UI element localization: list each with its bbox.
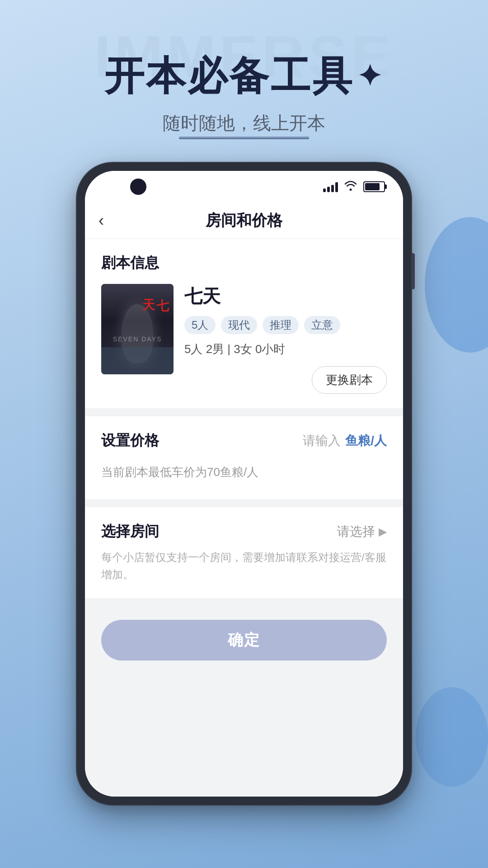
change-script-button[interactable]: 更换剧本	[312, 366, 387, 394]
page-title: 房间和价格	[206, 210, 282, 231]
script-tag: 立意	[304, 316, 340, 334]
signal-icon	[323, 181, 338, 192]
price-placeholder: 请输入	[303, 432, 341, 449]
phone-wrapper: ‹ 房间和价格 剧本信息 七天 SEVEN DAYS	[77, 163, 411, 805]
script-details: 七天 5人现代推理立意 5人 2男 | 3女 0小时 更换剧本	[184, 284, 387, 394]
star-icon: ✦	[357, 60, 384, 92]
cover-inner: 七天 SEVEN DAYS	[101, 284, 174, 374]
price-input-area[interactable]: 请输入 鱼粮/人	[303, 432, 387, 449]
hero-title-text: 开本必备工具	[104, 54, 354, 98]
back-button[interactable]: ‹	[99, 211, 104, 230]
price-section-title: 设置价格	[101, 431, 159, 451]
room-section: 选择房间 请选择 ▶ 每个小店暂仅支持一个房间，需要增加请联系对接运营/客服增加…	[85, 507, 403, 598]
blob-decoration-right	[425, 217, 488, 353]
hero-subtitle: 随时随地，线上开本	[163, 111, 325, 136]
price-header: 设置价格 请输入 鱼粮/人	[101, 431, 387, 451]
script-tags: 5人现代推理立意	[184, 316, 387, 334]
price-section: 设置价格 请输入 鱼粮/人 当前剧本最低车价为70鱼粮/人	[85, 416, 403, 499]
status-bar	[85, 171, 403, 203]
room-header: 选择房间 请选择 ▶	[101, 522, 387, 542]
confirm-section: 确定	[85, 606, 403, 683]
price-hint: 当前剧本最低车价为70鱼粮/人	[101, 460, 387, 485]
room-select-label: 请选择	[337, 523, 375, 540]
phone-frame: ‹ 房间和价格 剧本信息 七天 SEVEN DAYS	[77, 163, 411, 805]
blob-decoration-bottom	[416, 687, 488, 787]
script-info-container: 七天 SEVEN DAYS 七天 5人现代推理立意 5人 2男 | 3女 0小时…	[101, 284, 387, 394]
room-hint: 每个小店暂仅支持一个房间，需要增加请联系对接运营/客服增加。	[101, 549, 387, 584]
battery-icon	[363, 181, 385, 192]
wifi-icon	[344, 180, 357, 194]
room-section-title: 选择房间	[101, 522, 159, 542]
status-icons	[323, 180, 385, 194]
chevron-right-icon: ▶	[379, 525, 387, 538]
nav-bar: ‹ 房间和价格	[85, 203, 403, 239]
cover-water	[101, 347, 174, 374]
room-select[interactable]: 请选择 ▶	[337, 523, 387, 540]
phone-screen: ‹ 房间和价格 剧本信息 七天 SEVEN DAYS	[85, 171, 403, 797]
script-cover: 七天 SEVEN DAYS	[101, 284, 174, 374]
script-info-section: 剧本信息 七天 SEVEN DAYS 七天	[85, 239, 403, 408]
price-unit: 鱼粮/人	[345, 432, 387, 449]
cover-title-english: SEVEN DAYS	[101, 335, 174, 343]
hero-title: 开本必备工具 ✦	[0, 54, 488, 98]
script-meta: 5人 2男 | 3女 0小时	[184, 341, 387, 357]
script-name: 七天	[184, 284, 387, 309]
hero-section: 开本必备工具 ✦ 随时随地，线上开本	[0, 54, 488, 136]
screen-content: 剧本信息 七天 SEVEN DAYS 七天	[85, 239, 403, 797]
camera-hole	[130, 179, 146, 195]
script-tag: 推理	[263, 316, 299, 334]
confirm-button[interactable]: 确定	[101, 620, 387, 660]
script-tag: 现代	[221, 316, 257, 334]
script-tag: 5人	[184, 316, 216, 334]
script-section-title: 剧本信息	[101, 253, 387, 273]
